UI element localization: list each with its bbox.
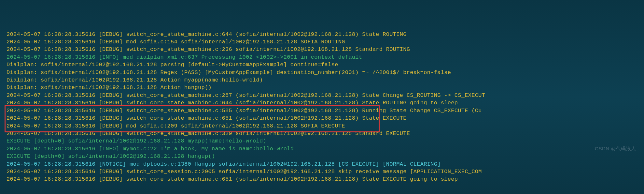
log-line: 2024-05-07 16:28:28.315616 [DEBUG] switc… — [7, 46, 637, 53]
log-line: 2024-05-07 16:28:28.315616 [DEBUG] switc… — [7, 168, 637, 175]
log-line: 2024-05-07 16:28:28.315616 [DEBUG] switc… — [7, 114, 637, 122]
log-line: 2024-05-07 16:28:28.315616 [DEBUG] switc… — [7, 31, 637, 38]
log-line: 2024-05-07 16:28:28.315616 [DEBUG] switc… — [7, 175, 637, 183]
log-line: Dialplan: sofia/internal/1002@192.168.21… — [7, 61, 637, 68]
terminal-log[interactable]: 2024-05-07 16:28:28.315616 [DEBUG] switc… — [7, 31, 637, 183]
log-line: Dialplan: sofia/internal/1002@192.168.21… — [7, 76, 637, 84]
log-line: 2024-05-07 16:28:28.315616 [DEBUG] mod_s… — [7, 38, 637, 46]
log-line: 2024-05-07 16:28:28.315616 [NOTICE] mod_… — [7, 160, 637, 168]
log-line: 2024-05-07 16:28:28.315616 [INFO] mymod.… — [7, 145, 637, 153]
log-line: EXECUTE [depth=0] sofia/internal/1002@19… — [7, 137, 637, 145]
log-line: 2024-05-07 16:28:28.315616 [DEBUG] switc… — [7, 99, 637, 107]
log-line: 2024-05-07 16:28:28.315616 [DEBUG] switc… — [7, 107, 637, 114]
log-line: 2024-05-07 16:28:28.315616 [DEBUG] switc… — [7, 92, 637, 99]
log-line: EXECUTE [depth=0] sofia/internal/1002@19… — [7, 153, 637, 160]
log-line: 2024-05-07 16:28:28.315616 [DEBUG] mod_s… — [7, 122, 637, 130]
log-line: 2024-05-07 16:28:28.315616 [DEBUG] switc… — [7, 130, 637, 137]
watermark-text: CSDN @代码浪人 — [595, 145, 636, 152]
log-line: Dialplan: sofia/internal/1002@192.168.21… — [7, 69, 637, 76]
log-line: 2024-05-07 16:28:28.315616 [INFO] mod_di… — [7, 53, 637, 61]
log-line: Dialplan: sofia/internal/1002@192.168.21… — [7, 84, 637, 91]
